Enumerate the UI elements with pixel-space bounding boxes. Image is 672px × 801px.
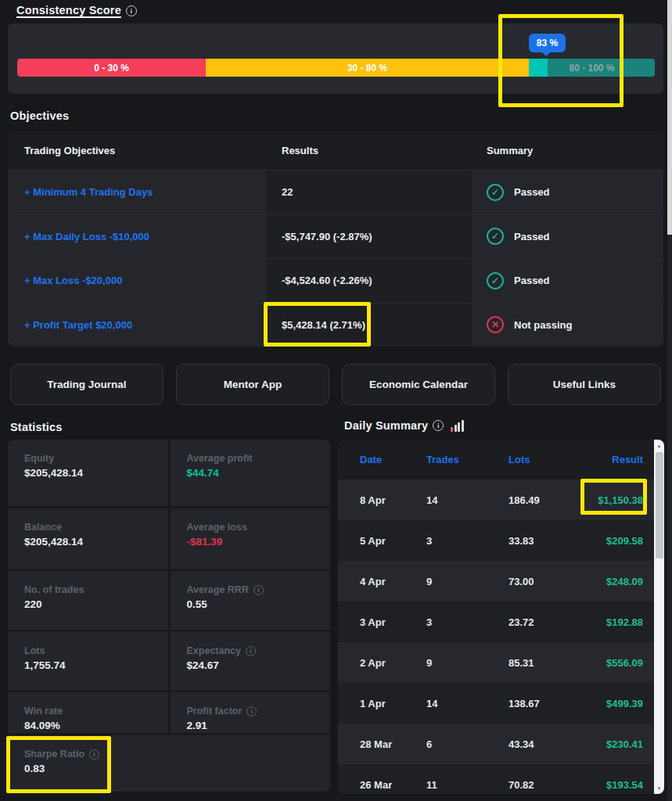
gauge-segment-mid-label: 30 - 80 % (347, 63, 387, 74)
gauge-segment-low: 0 - 30 % (17, 59, 206, 77)
daily-trades: 3 (426, 616, 508, 628)
objectives-heading: Objectives (10, 110, 69, 122)
daily-row: 1 Apr 14 138.67 $499.39 (338, 683, 654, 724)
stat-label: Profit factor (187, 706, 243, 717)
stat-value: $44.74 (187, 467, 322, 479)
daily-summary-scrollbar[interactable]: ▲ ▼ (654, 440, 664, 794)
daily-result: $248.09 (595, 576, 643, 587)
economic-calendar-button[interactable]: Economic Calendar (342, 364, 495, 405)
info-icon[interactable]: i (89, 749, 99, 760)
daily-date: 4 Apr (360, 576, 426, 587)
daily-date: 3 Apr (360, 616, 426, 628)
daily-summary-table: Date Trades Lots Result 8 Apr 14 186.49 … (338, 440, 654, 794)
daily-trades: 9 (426, 576, 508, 587)
stat-value: 1,755.74 (24, 659, 159, 671)
scroll-down-arrow-icon[interactable]: ▼ (654, 782, 664, 794)
trading-journal-button[interactable]: Trading Journal (10, 364, 164, 405)
daily-result: $193.54 (595, 779, 643, 791)
consistency-gauge-bar: 0 - 30 % 30 - 80 % 80 - 100 % (17, 59, 655, 77)
status-text: Passed (514, 231, 550, 242)
daily-lots: 43.34 (508, 738, 595, 750)
stat-average-profit: Average profit $44.74 (171, 440, 331, 506)
daily-row: 28 Mar 6 43.34 $230.41 (338, 724, 654, 764)
gauge-segment-high-label: 80 - 100 % (529, 59, 655, 77)
daily-row: 4 Apr 9 73.00 $248.09 (338, 561, 654, 602)
info-icon[interactable]: i (433, 420, 444, 431)
scrollbar-thumb[interactable] (656, 452, 663, 559)
daily-lots: 85.31 (508, 657, 595, 669)
stat-average-loss: Average loss -$81.39 (171, 508, 331, 569)
consistency-gauge-panel: 0 - 30 % 30 - 80 % 80 - 100 % 83 % (8, 23, 663, 94)
daily-row: 2 Apr 9 85.31 $556.09 (338, 642, 654, 683)
info-icon[interactable]: i (126, 5, 137, 16)
stat-label: Lots (24, 645, 159, 656)
col-header-result[interactable]: Result (595, 454, 643, 465)
daily-trades: 3 (426, 535, 508, 547)
objective-result: -$4,524.60 (-2.26%) (266, 275, 472, 286)
page-scrollbar[interactable] (667, 0, 672, 801)
objective-row-profit-target: + Profit Target $20,000 $5,428.14 (2.71%… (8, 303, 663, 347)
daily-date: 8 Apr (360, 494, 426, 506)
objective-link[interactable]: + Max Daily Loss -$10,000 (8, 231, 266, 242)
col-header-date[interactable]: Date (360, 454, 426, 465)
gauge-segment-low-label: 0 - 30 % (94, 63, 129, 74)
daily-trades: 9 (426, 657, 508, 669)
stat-value: 84.09% (24, 720, 159, 731)
col-header-lots[interactable]: Lots (508, 454, 595, 465)
info-icon[interactable]: i (246, 646, 256, 656)
objective-row-max-loss: + Max Loss -$20,000 -$4,524.60 (-2.26%) … (8, 258, 663, 303)
objective-link[interactable]: + Max Loss -$20,000 (8, 275, 266, 286)
daily-trades: 14 (426, 494, 508, 506)
stat-value: 0.83 (24, 763, 321, 774)
stat-value: $24.67 (187, 659, 322, 671)
daily-summary-panel: Date Trades Lots Result 8 Apr 14 186.49 … (338, 440, 664, 794)
stat-value: $205,428.14 (24, 467, 159, 479)
consistency-score-heading: Consistency Scorei (16, 4, 137, 16)
daily-trades: 11 (426, 779, 508, 791)
info-icon[interactable]: i (253, 585, 264, 595)
score-tooltip: 83 % (529, 34, 566, 52)
daily-summary-heading-row: Daily Summaryi (344, 419, 464, 432)
page-scrollbar-thumb[interactable] (667, 0, 672, 235)
stat-value: 0.55 (187, 598, 322, 610)
stat-profit-factor: Profit factori 2.91 (171, 692, 331, 733)
daily-result: $209.58 (595, 535, 643, 547)
mentor-app-button[interactable]: Mentor App (176, 364, 329, 405)
stat-sharpe-ratio: Sharpe Ratioi 0.83 (8, 735, 330, 792)
status-text: Passed (514, 275, 550, 286)
daily-lots: 23.72 (508, 616, 595, 628)
objective-row-min-trading-days: + Minimum 4 Trading Days 22 ✓ Passed (8, 170, 663, 214)
daily-date: 1 Apr (360, 698, 426, 709)
info-icon[interactable]: i (246, 706, 257, 717)
daily-lots: 33.83 (508, 535, 595, 547)
daily-date: 2 Apr (360, 657, 426, 669)
stat-value: 2.91 (187, 720, 322, 731)
col-header-results: Results (266, 145, 472, 156)
daily-table-header: Date Trades Lots Result (338, 440, 654, 480)
stat-value: 220 (24, 598, 159, 610)
daily-row: 26 Mar 11 70.82 $193.54 (338, 764, 654, 794)
x-icon: ✕ (487, 316, 504, 333)
objective-link[interactable]: + Profit Target $20,000 (8, 319, 266, 331)
col-header-trades[interactable]: Trades (426, 454, 508, 465)
stat-label: Average profit (187, 453, 322, 464)
daily-result: $499.39 (595, 698, 643, 709)
bar-chart-icon[interactable] (451, 420, 464, 432)
daily-row: 8 Apr 14 186.49 $1,150.38 (338, 480, 654, 520)
daily-row: 3 Apr 3 23.72 $192.88 (338, 602, 654, 642)
stat-label: Equity (24, 453, 159, 464)
daily-result: $1,150.38 (595, 494, 643, 506)
objective-link[interactable]: + Minimum 4 Trading Days (8, 186, 266, 198)
useful-links-button[interactable]: Useful Links (508, 364, 661, 405)
status-text: Not passing (514, 319, 572, 331)
stat-no-of-trades: No. of trades 220 (8, 571, 168, 630)
scroll-up-arrow-icon[interactable]: ▲ (654, 440, 664, 451)
check-icon: ✓ (487, 272, 504, 289)
stat-lots: Lots 1,755.74 (8, 632, 168, 690)
statistics-heading: Statistics (10, 421, 62, 433)
consistency-score-title: Consistency Score (16, 4, 121, 16)
stat-value: $205,428.14 (24, 536, 159, 548)
daily-result: $556.09 (595, 657, 643, 669)
objective-result: -$5,747.90 (-2.87%) (266, 231, 472, 242)
stat-label: Win rate (24, 706, 159, 717)
